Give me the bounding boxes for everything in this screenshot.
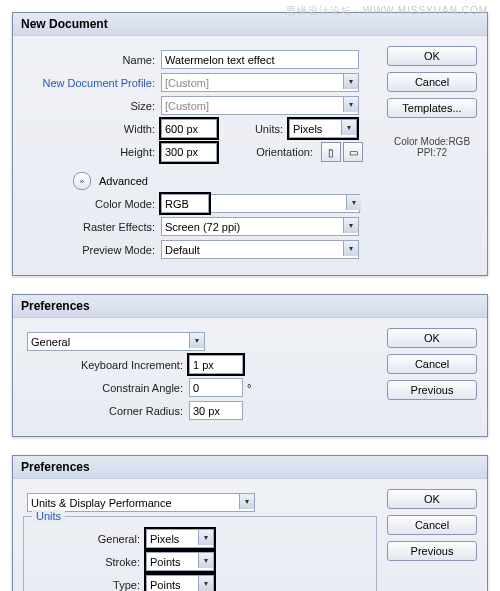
- group-label: Units: [32, 510, 65, 522]
- chevron-down-icon[interactable]: ▾: [343, 241, 358, 256]
- previous-button[interactable]: Previous: [387, 541, 477, 561]
- templates-button[interactable]: Templates...: [387, 98, 477, 118]
- chevron-down-icon[interactable]: ▾: [239, 494, 254, 509]
- chevron-down-icon[interactable]: ▾: [198, 576, 213, 591]
- degree-symbol: °: [247, 382, 251, 394]
- size-combo[interactable]: [161, 96, 359, 115]
- orientation-label: Orientation:: [237, 146, 319, 158]
- units-label: Units:: [237, 123, 289, 135]
- chevron-down-icon[interactable]: ▾: [198, 553, 213, 568]
- new-document-dialog: New Document Name: New Document Profile:…: [12, 12, 488, 276]
- name-label: Name:: [23, 54, 161, 66]
- chevron-down-icon[interactable]: ▾: [346, 195, 361, 210]
- angle-input[interactable]: [189, 378, 243, 397]
- preferences-general-dialog: Preferences ▾ Keyboard Increment: Constr…: [12, 294, 488, 437]
- preview-combo[interactable]: [161, 240, 359, 259]
- chevron-down-icon[interactable]: ▾: [341, 120, 356, 135]
- preferences-units-dialog: Preferences ▾ Units General: ▾ Stroke: ▾…: [12, 455, 488, 591]
- cancel-button[interactable]: Cancel: [387, 354, 477, 374]
- chevron-down-icon[interactable]: ▾: [343, 74, 358, 89]
- dialog-title: Preferences: [13, 295, 487, 318]
- width-input[interactable]: [161, 119, 217, 138]
- prefs-tab-combo[interactable]: [27, 332, 205, 351]
- raster-label: Raster Effects:: [23, 221, 161, 233]
- orientation-landscape-button[interactable]: ▭: [343, 142, 363, 162]
- kbd-label: Keyboard Increment:: [23, 359, 189, 371]
- orientation-portrait-button[interactable]: ▯: [321, 142, 341, 162]
- chevron-down-icon[interactable]: ▾: [343, 97, 358, 112]
- height-label: Height:: [23, 146, 161, 158]
- preview-label: Preview Mode:: [23, 244, 161, 256]
- previous-button[interactable]: Previous: [387, 380, 477, 400]
- radius-input[interactable]: [189, 401, 243, 420]
- advanced-label: Advanced: [99, 175, 148, 187]
- chevron-down-icon[interactable]: ▾: [189, 333, 204, 348]
- chevron-down-icon[interactable]: ▾: [343, 218, 358, 233]
- name-input[interactable]: [161, 50, 359, 69]
- color-mode-label: Color Mode:: [23, 198, 161, 210]
- profile-combo[interactable]: [161, 73, 359, 92]
- ok-button[interactable]: OK: [387, 46, 477, 66]
- chevron-down-icon[interactable]: ▾: [198, 530, 213, 545]
- dialog-title: Preferences: [13, 456, 487, 479]
- angle-label: Constrain Angle:: [23, 382, 189, 394]
- kbd-input[interactable]: [189, 355, 243, 374]
- info-text: Color Mode:RGBPPI:72: [387, 136, 477, 158]
- size-label: Size:: [23, 100, 161, 112]
- width-label: Width:: [23, 123, 161, 135]
- ok-button[interactable]: OK: [387, 328, 477, 348]
- raster-combo[interactable]: [161, 217, 359, 236]
- cancel-button[interactable]: Cancel: [387, 72, 477, 92]
- ok-button[interactable]: OK: [387, 489, 477, 509]
- radius-label: Corner Radius:: [23, 405, 189, 417]
- height-input[interactable]: [161, 143, 217, 162]
- advanced-toggle[interactable]: »: [73, 172, 91, 190]
- units-group: Units General: ▾ Stroke: ▾ Type: ▾: [23, 516, 377, 591]
- color-mode-combo[interactable]: [161, 194, 209, 213]
- general-label: General:: [30, 533, 146, 545]
- type-label: Type:: [30, 579, 146, 591]
- watermark-text: 思缘设计论坛 · WWW.MISSYUAN.COM: [286, 4, 488, 18]
- stroke-label: Stroke:: [30, 556, 146, 568]
- profile-label: New Document Profile:: [23, 77, 161, 89]
- cancel-button[interactable]: Cancel: [387, 515, 477, 535]
